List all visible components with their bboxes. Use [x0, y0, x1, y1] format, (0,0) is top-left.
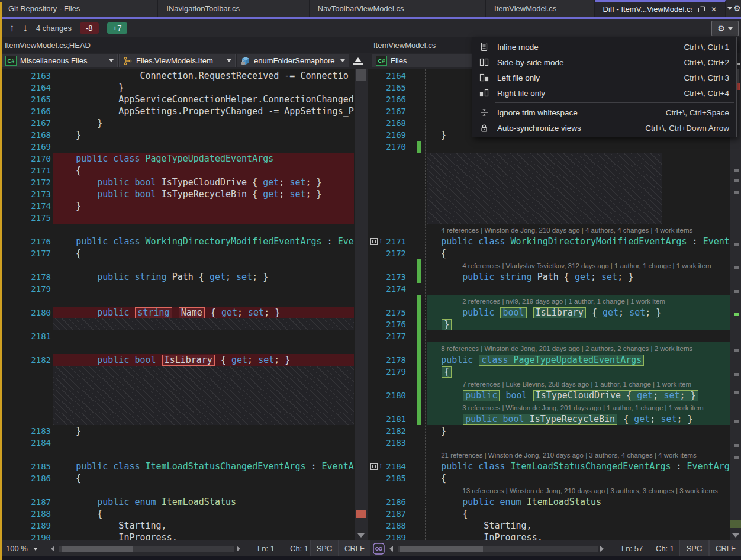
- previous-change-button[interactable]: ↑: [9, 22, 15, 34]
- zoom-control[interactable]: 100 %: [6, 544, 28, 553]
- chevron-down-icon[interactable]: [109, 59, 114, 62]
- right-eol-mode-button[interactable]: CRLF: [709, 540, 741, 556]
- copilot-badge-icon[interactable]: [373, 543, 385, 556]
- code-line[interactable]: ↑2184 public class ItemLoadStatusChanged…: [368, 461, 730, 472]
- menu-item-right-file-only[interactable]: Right file onlyCtrl+\, Ctrl+4: [472, 85, 736, 101]
- code-line[interactable]: 2180 public bool IsTypeCloudDrive { get;…: [368, 390, 730, 401]
- code-line[interactable]: 2181 public bool IsTypeRecycleBin { get;…: [368, 413, 730, 425]
- code-line[interactable]: 2170: [368, 141, 730, 153]
- code-line[interactable]: 2165 AppServiceConnectionHelper.Connecti…: [2, 94, 354, 105]
- code-line[interactable]: 2185 {: [368, 472, 730, 484]
- combo-files-viewmodels-item[interactable]: Files.ViewModels.Item: [119, 54, 236, 67]
- codelens-line[interactable]: 3 references | Winston de Jong, 201 days…: [368, 401, 730, 413]
- code-line[interactable]: 2181: [2, 330, 354, 342]
- code-line[interactable]: 2176 public class WorkingDirectoryModifi…: [2, 236, 354, 247]
- codelens-line[interactable]: 4 references | Winston de Jong, 210 days…: [368, 224, 730, 236]
- codelens-text[interactable]: 8 references | Winston de Jong, 201 days…: [441, 342, 692, 354]
- codelens-line[interactable]: 13 references | Winston de Jong, 210 day…: [368, 484, 730, 496]
- chevron-down-icon[interactable]: [340, 59, 345, 62]
- keep-open-icon[interactable]: [698, 6, 705, 13]
- codelens-line[interactable]: 21 references | Winston de Jong, 210 day…: [368, 449, 730, 461]
- codelens-text[interactable]: 4 references | Vladyslav Tsvietkov, 312 …: [462, 259, 711, 271]
- scroll-thumb[interactable]: [356, 69, 366, 81]
- code-line[interactable]: 2184: [2, 437, 354, 449]
- code-line[interactable]: 2177: [368, 330, 730, 342]
- code-line[interactable]: 2179 {: [368, 366, 730, 378]
- code-line[interactable]: 2178 public class PageTypeUpdatedEventAr…: [368, 354, 730, 366]
- tab-inavigationtoolbar-cs[interactable]: INavigationToolbar.cs: [158, 0, 309, 17]
- left-space-mode-button[interactable]: SPC: [310, 540, 339, 556]
- code-line[interactable]: 2186 public enum ItemLoadStatus: [368, 496, 730, 508]
- right-vertical-scrollbar[interactable]: [730, 69, 741, 540]
- code-line[interactable]: 2172 {: [368, 247, 730, 259]
- codelens-text[interactable]: 3 references | Winston de Jong, 201 days…: [462, 401, 703, 413]
- menu-item-side-by-side-mode[interactable]: Side-by-side modeCtrl+\, Ctrl+2: [472, 54, 736, 70]
- code-line[interactable]: 2164 }: [2, 82, 354, 94]
- tab-list-chevron-icon[interactable]: [726, 0, 733, 17]
- code-line[interactable]: 2180 public string Name { get; set; }: [2, 307, 354, 318]
- codelens-text[interactable]: 7 references | Luke Blevins, 258 days ag…: [462, 378, 691, 390]
- code-line[interactable]: 2168 }: [2, 129, 354, 141]
- tab-itemviewmodel-cs[interactable]: ItemViewModel.cs: [486, 0, 595, 17]
- hscroll-right-arrow-icon[interactable]: [237, 546, 240, 552]
- code-line[interactable]: 2170 public class PageTypeUpdatedEventAr…: [2, 153, 354, 165]
- codelens-text[interactable]: 2 references | nvi9, 219 days ago | 1 au…: [462, 295, 665, 307]
- menu-item-auto-synchronize-views[interactable]: Auto-synchronize viewsCtrl+\, Ctrl+Down …: [472, 120, 736, 136]
- scroll-thumb[interactable]: [62, 546, 133, 552]
- code-line[interactable]: 2174 }: [2, 200, 354, 212]
- changed-region-margin-icon[interactable]: ↑: [370, 237, 386, 246]
- code-line[interactable]: 2171 {: [2, 165, 354, 176]
- hscroll-left-arrow-icon[interactable]: [51, 546, 54, 552]
- code-line[interactable]: 2173 public string Path { get; set; }: [368, 271, 730, 283]
- zoom-chevron-icon[interactable]: [33, 548, 38, 551]
- code-line[interactable]: 2185 public class ItemLoadStatusChangedE…: [2, 461, 354, 472]
- codelens-text[interactable]: 13 references | Winston de Jong, 210 day…: [462, 484, 718, 496]
- scroll-down-arrow-icon[interactable]: [732, 533, 739, 538]
- code-line[interactable]: 2176 }: [368, 318, 730, 330]
- code-line[interactable]: 2187 public enum ItemLoadStatus: [2, 496, 354, 508]
- codelens-line[interactable]: 7 references | Luke Blevins, 258 days ag…: [368, 378, 730, 390]
- scroll-down-arrow-icon[interactable]: [357, 533, 365, 538]
- left-eol-mode-button[interactable]: CRLF: [339, 540, 370, 556]
- code-line[interactable]: 2166 AppSettings.PropertyChanged -= AppS…: [2, 105, 354, 117]
- code-line[interactable]: 2186 {: [2, 472, 354, 484]
- combo-enumfoldersemaphore[interactable]: enumFolderSemaphore: [237, 54, 349, 67]
- codelens-line[interactable]: 4 references | Vladyslav Tsvietkov, 312 …: [368, 259, 730, 271]
- combo-miscellaneous-files[interactable]: C#Miscellaneous Files: [1, 54, 118, 67]
- changed-region-margin-icon[interactable]: ↑: [370, 462, 386, 471]
- menu-item-ignore-trim-whitespace[interactable]: Ignore trim whitespaceCtrl+\, Ctrl+Space: [472, 105, 736, 120]
- menu-item-inline-mode[interactable]: Inline modeCtrl+\, Ctrl+1: [472, 39, 736, 54]
- diff-settings-button[interactable]: ⚙: [711, 21, 739, 36]
- right-editor[interactable]: 216421652166216721682169 }21704 referenc…: [368, 69, 730, 540]
- code-line[interactable]: 2163 Connection.RequestReceived -= Conne…: [2, 70, 354, 82]
- close-icon[interactable]: ✕: [711, 5, 717, 14]
- left-horizontal-scrollbar[interactable]: [59, 546, 234, 552]
- code-line[interactable]: 2182 public bool IsLibrary { get; set; }: [2, 354, 354, 366]
- hscroll-left-arrow-icon[interactable]: [389, 546, 393, 552]
- codelens-line[interactable]: 2 references | nvi9, 219 days ago | 1 au…: [368, 295, 730, 307]
- codelens-text[interactable]: 4 references | Winston de Jong, 210 days…: [441, 224, 692, 236]
- code-line[interactable]: 2177 {: [2, 247, 354, 259]
- code-line[interactable]: 2187 {: [368, 508, 730, 520]
- code-line[interactable]: 2189 Starting,: [2, 520, 354, 532]
- code-line[interactable]: 2182 }: [368, 425, 730, 437]
- right-horizontal-scrollbar[interactable]: [398, 546, 598, 552]
- tab-diff-itemv-viewmodel-cs[interactable]: Diff - ItemV...ViewModel.cs✕: [595, 0, 726, 17]
- code-line[interactable]: 2183: [368, 437, 730, 449]
- code-line[interactable]: 2190 InProgress,: [2, 532, 354, 540]
- code-line[interactable]: 2175: [2, 212, 354, 224]
- code-line[interactable]: 2173 public bool IsTypeRecycleBin { get;…: [2, 188, 354, 200]
- code-line[interactable]: 2174: [368, 283, 730, 295]
- code-line[interactable]: 2169: [2, 141, 354, 153]
- code-line[interactable]: ↑2171 public class WorkingDirectoryModif…: [368, 236, 730, 247]
- code-line[interactable]: 2172 public bool IsTypeCloudDrive { get;…: [2, 176, 354, 188]
- right-space-mode-button[interactable]: SPC: [679, 540, 709, 556]
- left-vertical-scrollbar[interactable]: [355, 69, 368, 540]
- left-editor[interactable]: 2163 Connection.RequestReceived -= Conne…: [2, 69, 354, 540]
- code-line[interactable]: 2167 }: [2, 117, 354, 129]
- code-line[interactable]: 2175 public bool IsLibrary { get; set; }: [368, 307, 730, 318]
- code-line[interactable]: 2179: [2, 283, 354, 295]
- code-line[interactable]: 2183 }: [2, 425, 354, 437]
- code-line[interactable]: 2189 InProgress,: [368, 532, 730, 540]
- menu-item-left-file-only[interactable]: Left file onlyCtrl+\, Ctrl+3: [472, 70, 736, 85]
